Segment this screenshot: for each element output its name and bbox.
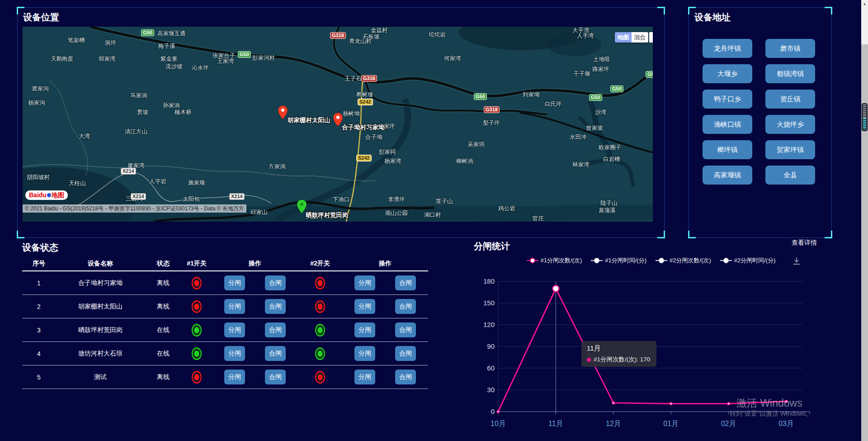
close-switch1-button[interactable]: 合闸 (265, 346, 286, 361)
switch2-indicator (315, 347, 325, 360)
open-switch1-button[interactable]: 分闸 (224, 322, 245, 337)
map-type-button[interactable]: 地图 (615, 32, 632, 43)
map-marker-red[interactable] (278, 105, 288, 119)
address-button[interactable]: 大堰乡 (703, 64, 752, 83)
open-switch2-button[interactable]: 分闸 (354, 370, 375, 384)
close-switch2-button[interactable]: 合闸 (395, 322, 416, 337)
legend-item[interactable]: #2分闸时间/(分) (720, 256, 776, 265)
scrollbar-up-arrow-icon[interactable]: ▲ (861, 2, 868, 6)
switch2-indicator (315, 324, 325, 337)
legend-item[interactable]: #2分闸次数/(次) (656, 256, 711, 265)
device-name: 合子坳村习家坳 (56, 279, 145, 287)
close-switch2-button[interactable]: 合闸 (395, 275, 416, 290)
column-header: 操作 (342, 260, 428, 268)
close-switch1-button[interactable]: 合闸 (265, 322, 286, 337)
svg-text:03月: 03月 (778, 420, 794, 427)
device-status: 在线 (145, 326, 181, 334)
view-details-link[interactable]: 查看详情 (792, 239, 817, 247)
column-header: #2开关 (298, 260, 342, 268)
address-button[interactable]: 资丘镇 (765, 90, 815, 109)
map-place-label: 何家湾 (444, 55, 461, 62)
device-status: 离线 (145, 373, 181, 381)
map-attribution: © 2021 Baidu - GS(2019)5218号 - 甲测资字11009… (23, 204, 246, 213)
map-place-label: 陆子山 (600, 199, 618, 207)
device-status: 离线 (145, 303, 181, 311)
map-place-label: 太阳包 (183, 195, 200, 203)
open-switch1-button[interactable]: 分闸 (224, 275, 245, 290)
device-address-panel: 设备地址 龙舟坪镇磨市镇大堰乡都镇湾镇鸭子口乡资丘镇渔峡口镇火烧坪乡榔坪镇贺家坪… (689, 7, 832, 238)
map-place-label: 合子坳 (365, 133, 382, 141)
device-name: 测试 (56, 373, 145, 381)
svg-text:150: 150 (483, 299, 495, 307)
open-switch2-button[interactable]: 分闸 (354, 346, 375, 361)
legend-item[interactable]: #1分闸次数/(次) (527, 256, 582, 265)
map-control-cutoff[interactable] (649, 32, 653, 43)
device-name: 塘坊河村大石坝 (56, 350, 145, 358)
switch1-indicator (192, 277, 202, 289)
address-button[interactable]: 渔峡口镇 (703, 115, 752, 134)
map-place-label: 梅子溪 (158, 43, 175, 50)
column-header: #1开关 (181, 260, 212, 268)
corner-decoration (825, 7, 832, 14)
map-place-label: 坨坨岩 (429, 31, 446, 39)
baidu-paw-icon (47, 193, 51, 197)
road-badge-G50: G50 (238, 51, 251, 58)
svg-text:60: 60 (487, 364, 495, 372)
open-switch2-button[interactable]: 分闸 (354, 275, 375, 290)
map-place-label: 下渔口 (333, 196, 350, 204)
map-place-label: 马家淌 (130, 92, 147, 100)
address-button[interactable]: 贺家坪镇 (765, 140, 815, 159)
open-switch2-button[interactable]: 分闸 (354, 299, 375, 314)
address-button[interactable]: 磨市镇 (765, 39, 815, 58)
map-place-label: 水田冲 (570, 133, 587, 141)
address-button[interactable]: 鸭子口乡 (703, 90, 752, 109)
map-place-label: 白岩槽 (603, 156, 620, 163)
close-switch2-button[interactable]: 合闸 (395, 370, 416, 384)
address-button[interactable]: 火烧坪乡 (765, 115, 815, 134)
road-badge-G318: G318 (330, 32, 346, 39)
corner-decoration (657, 7, 665, 14)
map-place-label: 施家堰 (188, 179, 205, 187)
map-place-label: 欧家圈子 (599, 144, 621, 152)
close-switch2-button[interactable]: 合闸 (395, 299, 416, 314)
baidu-map[interactable]: 笔架槽洞坪天鹅抱蛋胡家湾高家堰互通梅子溪紫金寨张家台子彭家河村流沙坡沁水坪王家湾… (23, 27, 653, 222)
map-place-label: 洞坪 (105, 39, 116, 47)
close-switch2-button[interactable]: 合闸 (395, 346, 416, 361)
address-button[interactable]: 都镇湾镇 (765, 64, 815, 83)
scroll-indicator-widget[interactable] (862, 103, 868, 131)
address-button[interactable]: 全县 (765, 166, 815, 185)
switch2-indicator (315, 300, 325, 313)
svg-text:120: 120 (483, 321, 495, 328)
open-switch2-button[interactable]: 分闸 (354, 322, 375, 337)
open-switch1-button[interactable]: 分闸 (224, 299, 245, 314)
road-badge-X214: X214 (229, 193, 245, 200)
address-button[interactable]: 榔坪镇 (703, 140, 752, 159)
switch2-indicator (315, 277, 325, 289)
corner-decoration (17, 231, 24, 238)
switch1-indicator (192, 371, 202, 384)
table-row: 3晒鼓坪村荒田岗在线分闸合闸分闸合闸 (22, 318, 428, 342)
device-location-panel: 设备位置 笔架槽洞坪天鹅 (17, 7, 665, 238)
scrollbar-track-top[interactable]: ▲ (861, 0, 868, 44)
column-header: 状态 (145, 260, 181, 268)
map-place-label: 楠木桥 (175, 109, 192, 116)
legend-item[interactable]: #1分闸时间/(分) (591, 256, 646, 265)
address-button[interactable]: 龙舟坪镇 (703, 39, 752, 58)
close-switch1-button[interactable]: 合闸 (265, 275, 286, 290)
road-badge-S242: S242 (356, 155, 372, 161)
trip-stats-chart[interactable]: 306090120150180010月11月12月01月02月03月 (491, 271, 834, 430)
open-switch1-button[interactable]: 分闸 (224, 370, 245, 384)
page-scrollbar[interactable]: ▲ (861, 0, 868, 441)
open-switch1-button[interactable]: 分闸 (224, 346, 245, 361)
close-switch1-button[interactable]: 合闸 (265, 299, 286, 314)
row-number: 4 (22, 350, 56, 357)
close-switch1-button[interactable]: 合闸 (265, 370, 286, 384)
monitoring-dashboard: 设备位置 笔架槽洞坪天鹅 (0, 0, 868, 441)
column-header: 序号 (22, 260, 56, 268)
map-place-label: 干子堰 (573, 70, 590, 78)
map-type-button[interactable]: 混合 (632, 32, 648, 43)
map-place-label: 笔架槽 (68, 37, 85, 44)
road-badge-S242: S242 (358, 99, 373, 105)
legend-label: #1分闸时间/(分) (605, 256, 646, 265)
address-button[interactable]: 高家堰镇 (703, 166, 752, 185)
